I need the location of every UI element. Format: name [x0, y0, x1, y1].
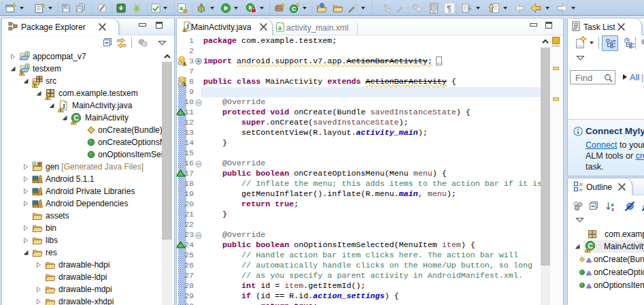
svg-text:¶: ¶ — [447, 4, 452, 14]
svg-text:a: a — [180, 4, 184, 12]
svg-text:z: z — [611, 206, 614, 212]
svg-text:!: ! — [184, 29, 185, 33]
svg-text:a: a — [278, 24, 282, 31]
svg-text:C: C — [292, 5, 296, 12]
svg-text:J: J — [186, 23, 189, 31]
